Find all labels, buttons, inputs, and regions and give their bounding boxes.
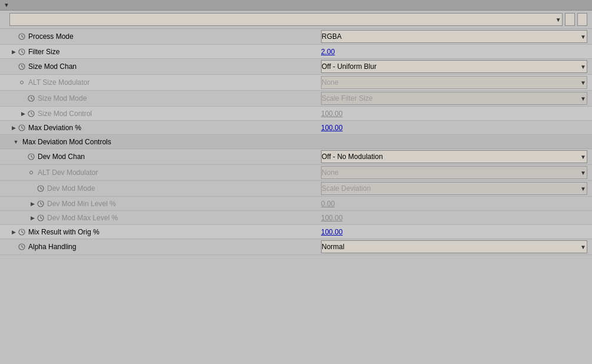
- prop-row-alt-dev-modulator: ALT Dev ModulatorNone▼: [0, 165, 592, 181]
- prop-row-size-mod-chan: Size Mod ChanOff - Uniform Blur▼: [0, 59, 592, 75]
- num-value-mix-result[interactable]: 100.00: [321, 228, 343, 236]
- prop-name-dev-mod-mode: Dev Mod Mode: [45, 184, 321, 193]
- collapse-arrow[interactable]: ▼: [4, 2, 9, 8]
- clock-icon: [18, 124, 26, 132]
- prop-row-max-deviation: ▶Max Deviation %100.00: [0, 121, 592, 135]
- select-alt-size-modulator: None: [321, 76, 587, 89]
- prop-value-filter-size: 2.00: [321, 48, 592, 56]
- presets-next-button[interactable]: [577, 13, 587, 26]
- prop-row-dev-mod-min: ▶Dev Mod Min Level %0.00: [0, 197, 592, 211]
- svg-line-5: [22, 52, 24, 53]
- panel: ▼ ▼ Process ModeRGBA▼▶Filter Size2.00Siz…: [0, 0, 592, 255]
- prop-value-alt-size-modulator: None▼: [321, 76, 592, 89]
- expand-arrow[interactable]: ▶: [28, 200, 37, 208]
- prop-name-size-mod-chan: Size Mod Chan: [26, 62, 321, 71]
- num-value-filter-size[interactable]: 2.00: [321, 48, 335, 56]
- select-size-mod-mode: Scale Filter Size: [321, 92, 587, 105]
- svg-line-23: [41, 188, 42, 190]
- clock-icon: [18, 243, 26, 251]
- prop-row-dev-mod-chan: Dev Mod ChanOff - No Modulation▼: [0, 149, 592, 165]
- presets-row: ▼: [0, 11, 592, 29]
- select-dev-mod-mode: Scale Deviation: [321, 182, 587, 195]
- clock-icon: [27, 153, 35, 161]
- prop-name-size-mod-control: Size Mod Control: [35, 110, 321, 118]
- expand-arrow[interactable]: ▶: [19, 110, 27, 118]
- clock-icon: [37, 184, 45, 193]
- presets-prev-button[interactable]: [565, 13, 575, 26]
- section-expand-arrow[interactable]: ▼: [12, 138, 20, 146]
- prop-value-size-mod-control: 100.00: [321, 110, 592, 118]
- prop-value-alpha-handling: Normal▼: [321, 240, 592, 253]
- title-bar: ▼: [0, 0, 592, 11]
- prop-value-max-deviation: 100.00: [321, 124, 592, 132]
- prop-row-mix-result: ▶Mix Result with Orig %100.00: [0, 225, 592, 239]
- expand-arrow[interactable]: ▶: [28, 214, 37, 222]
- prop-row-process-mode: Process ModeRGBA▼: [0, 29, 592, 45]
- prop-value-process-mode: RGBA▼: [321, 30, 592, 43]
- prop-name-alt-size-modulator: ALT Size Modulator: [26, 78, 321, 87]
- property-dot: [20, 81, 24, 84]
- clock-icon: [37, 200, 45, 208]
- svg-line-2: [22, 37, 24, 38]
- svg-line-35: [22, 247, 24, 248]
- svg-line-11: [31, 98, 33, 100]
- num-value-max-deviation[interactable]: 100.00: [321, 124, 343, 132]
- prop-name-filter-size: Filter Size: [26, 48, 321, 56]
- prop-row-size-mod-mode: Size Mod ModeScale Filter Size▼: [0, 91, 592, 107]
- clock-icon: [18, 228, 26, 236]
- presets-select-wrapper: ▼: [9, 13, 563, 26]
- clock-icon: [18, 48, 26, 56]
- prop-name-alt-dev-modulator: ALT Dev Modulator: [35, 168, 321, 177]
- svg-line-8: [22, 67, 24, 68]
- expand-arrow[interactable]: ▶: [9, 124, 18, 132]
- svg-line-29: [41, 218, 42, 219]
- svg-line-26: [41, 204, 42, 205]
- prop-row-size-mod-control: ▶Size Mod Control100.00: [0, 107, 592, 121]
- clock-icon: [27, 110, 35, 118]
- prop-name-dev-mod-max: Dev Mod Max Level %: [45, 214, 321, 222]
- prop-value-dev-mod-mode: Scale Deviation▼: [321, 182, 592, 195]
- prop-value-dev-mod-chan: Off - No Modulation▼: [321, 150, 592, 163]
- svg-line-20: [31, 157, 33, 158]
- svg-line-17: [22, 128, 24, 129]
- svg-line-14: [31, 114, 33, 115]
- prop-value-size-mod-mode: Scale Filter Size▼: [321, 92, 592, 105]
- select-alpha-handling[interactable]: Normal: [321, 240, 587, 253]
- svg-line-32: [22, 232, 24, 233]
- section-header-max-deviation-mod[interactable]: ▼Max Deviation Mod Controls: [0, 135, 592, 149]
- clock-icon: [18, 32, 26, 41]
- prop-row-alpha-handling: Alpha HandlingNormal▼: [0, 239, 592, 255]
- section-name: Max Deviation Mod Controls: [20, 138, 111, 146]
- properties-container: Process ModeRGBA▼▶Filter Size2.00Size Mo…: [0, 29, 592, 255]
- expand-arrow[interactable]: ▶: [9, 48, 18, 56]
- clock-icon: [27, 94, 35, 102]
- prop-row-dev-mod-mode: Dev Mod ModeScale Deviation▼: [0, 181, 592, 197]
- clock-icon: [37, 214, 45, 222]
- select-size-mod-chan[interactable]: Off - Uniform Blur: [321, 60, 587, 73]
- prop-name-dev-mod-chan: Dev Mod Chan: [35, 153, 321, 161]
- clock-icon: [18, 62, 26, 71]
- prop-value-alt-dev-modulator: None▼: [321, 166, 592, 179]
- prop-value-mix-result: 100.00: [321, 228, 592, 236]
- prop-name-alpha-handling: Alpha Handling: [26, 243, 321, 251]
- prop-row-dev-mod-max: ▶Dev Mod Max Level %100.00: [0, 211, 592, 225]
- select-alt-dev-modulator: None: [321, 166, 587, 179]
- prop-name-dev-mod-min: Dev Mod Min Level %: [45, 200, 321, 208]
- prop-row-alt-size-modulator: ALT Size ModulatorNone▼: [0, 75, 592, 91]
- select-process-mode[interactable]: RGBA: [321, 30, 587, 43]
- presets-select[interactable]: [9, 13, 563, 26]
- prop-name-max-deviation: Max Deviation %: [26, 124, 321, 132]
- num-value-dev-mod-min: 0.00: [321, 200, 335, 208]
- num-value-size-mod-control: 100.00: [321, 110, 343, 118]
- prop-name-mix-result: Mix Result with Orig %: [26, 228, 321, 236]
- prop-value-dev-mod-min: 0.00: [321, 200, 592, 208]
- prop-row-filter-size: ▶Filter Size2.00: [0, 45, 592, 59]
- property-dot: [29, 171, 33, 174]
- num-value-dev-mod-max: 100.00: [321, 214, 343, 222]
- prop-name-size-mod-mode: Size Mod Mode: [35, 94, 321, 102]
- prop-value-dev-mod-max: 100.00: [321, 214, 592, 222]
- prop-value-size-mod-chan: Off - Uniform Blur▼: [321, 60, 592, 73]
- select-dev-mod-chan[interactable]: Off - No Modulation: [321, 150, 587, 163]
- prop-name-process-mode: Process Mode: [26, 32, 321, 41]
- expand-arrow[interactable]: ▶: [9, 228, 18, 236]
